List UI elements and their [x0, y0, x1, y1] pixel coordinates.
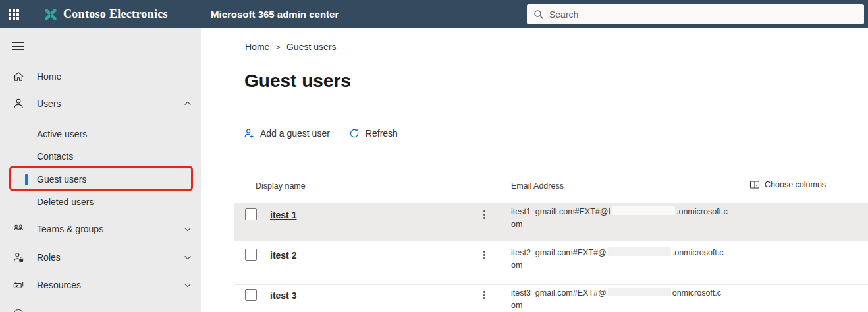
more-options-icon[interactable] [483, 291, 485, 299]
table-row[interactable]: itest 2 itest2_gmail.com#EXT#@.onmicroso… [234, 241, 868, 285]
sidebar-item-teams-groups[interactable]: Teams & groups [0, 220, 201, 238]
redacted-text-block [608, 288, 671, 296]
sidebar-item-contacts[interactable]: Contacts [0, 147, 201, 166]
sidebar-item-guest-users[interactable]: Guest users [0, 170, 201, 189]
email-cell: itest3_gmail.com#EXT#@onmicrosoft.c om [511, 287, 768, 312]
sidebar-item-label: Resources [37, 280, 81, 290]
display-name-link[interactable]: itest 3 [270, 290, 296, 301]
chevron-down-icon[interactable] [183, 280, 192, 290]
sidebar-item-label: Contacts [37, 151, 73, 162]
sidebar-item-roles[interactable]: Roles [0, 248, 201, 266]
breadcrumb-separator: > [275, 42, 281, 52]
row-checkbox[interactable] [245, 289, 257, 301]
sidebar-item-users[interactable]: Users [0, 94, 201, 113]
email-cell: itest2_gmail.com#EXT#@.onmicrosoft.c om [511, 247, 768, 272]
home-icon [12, 70, 25, 83]
search-icon [533, 9, 544, 20]
waffle-grid [9, 9, 19, 20]
resources-icon [12, 278, 25, 292]
clipped-bottom-nav-icon [12, 307, 25, 312]
toolbar-top-divider [234, 119, 868, 119]
choose-columns-button[interactable]: Choose columns [749, 179, 826, 190]
choose-columns-icon [749, 179, 760, 190]
sidebar-item-label: Teams & groups [37, 224, 103, 234]
sidebar-item-home[interactable]: Home [0, 67, 201, 86]
sidebar-item-label: Guest users [37, 174, 86, 185]
add-guest-user-label: Add a guest user [260, 128, 330, 139]
app-launcher-waffle-icon[interactable] [0, 0, 28, 28]
command-bar: Add a guest user Refresh [243, 127, 398, 139]
sidebar-item-label: Active users [37, 129, 87, 139]
global-search[interactable] [527, 4, 864, 24]
display-name-link[interactable]: itest 1 [270, 210, 296, 220]
email-cell: itest1_gmaill.com#EXT#@I.onmicrosoft.c o… [511, 206, 768, 231]
email-line2: om [511, 299, 768, 312]
column-header-display-name[interactable]: Display name [256, 181, 306, 191]
search-input[interactable] [549, 9, 857, 20]
sidebar-item-label: Roles [37, 252, 61, 263]
refresh-button[interactable]: Refresh [348, 127, 398, 139]
choose-columns-label: Choose columns [765, 180, 826, 189]
chevron-up-icon[interactable] [183, 99, 192, 108]
more-options-icon[interactable] [483, 210, 485, 219]
sidebar-item-label: Users [37, 98, 61, 109]
table-row[interactable]: itest 3 itest3_gmail.com#EXT#@onmicrosof… [234, 286, 868, 312]
collapse-nav-hamburger-icon[interactable] [12, 42, 24, 50]
redacted-text-block [608, 247, 671, 256]
more-options-icon[interactable] [483, 251, 485, 259]
breadcrumb-home-link[interactable]: Home [245, 42, 269, 52]
column-header-email[interactable]: Email Address [511, 181, 564, 191]
sidebar-item-resources[interactable]: Resources [0, 276, 201, 294]
breadcrumb-current: Guest users [286, 42, 336, 52]
chevron-down-icon[interactable] [183, 224, 192, 234]
refresh-icon [348, 127, 360, 139]
sidebar-item-deleted-users[interactable]: Deleted users [0, 193, 201, 211]
roles-person-lock-icon [12, 251, 25, 264]
sidebar-item-label: Deleted users [37, 197, 94, 207]
top-app-bar: Contoso Electronics Microsoft 365 admin … [0, 0, 868, 28]
contoso-logo-icon [43, 7, 58, 22]
brand-name: Contoso Electronics [63, 7, 168, 21]
selected-item-indicator [25, 174, 28, 185]
email-line2: om [511, 259, 768, 272]
main-content: Home > Guest users Guest users Add a gue… [201, 28, 868, 312]
display-name-link[interactable]: itest 2 [270, 250, 296, 261]
person-add-icon [243, 127, 255, 139]
teams-groups-icon [12, 222, 25, 235]
email-line1: itest1_gmaill.com#EXT#@I.onmicrosoft.c [511, 206, 768, 218]
chevron-down-icon[interactable] [183, 253, 192, 262]
add-guest-user-button[interactable]: Add a guest user [243, 127, 330, 139]
email-line1: itest2_gmail.com#EXT#@.onmicrosoft.c [511, 247, 768, 259]
left-navigation: Home Users Active users Contacts Guest u… [0, 28, 201, 312]
sidebar-item-label: Home [37, 71, 61, 82]
email-line1: itest3_gmail.com#EXT#@onmicrosoft.c [511, 287, 768, 299]
breadcrumb: Home > Guest users [245, 42, 336, 52]
email-line2: om [511, 218, 768, 231]
app-title[interactable]: Microsoft 365 admin center [211, 9, 339, 20]
page-title: Guest users [244, 71, 351, 92]
sidebar-item-active-users[interactable]: Active users [0, 125, 201, 143]
row-checkbox[interactable] [245, 249, 257, 261]
table-row[interactable]: itest 1 itest1_gmaill.com#EXT#@I.onmicro… [234, 203, 868, 241]
brand-logo[interactable]: Contoso Electronics [43, 7, 168, 22]
row-checkbox[interactable] [245, 208, 257, 220]
refresh-label: Refresh [366, 128, 398, 139]
redacted-text-block [612, 206, 675, 215]
user-icon [12, 97, 25, 110]
